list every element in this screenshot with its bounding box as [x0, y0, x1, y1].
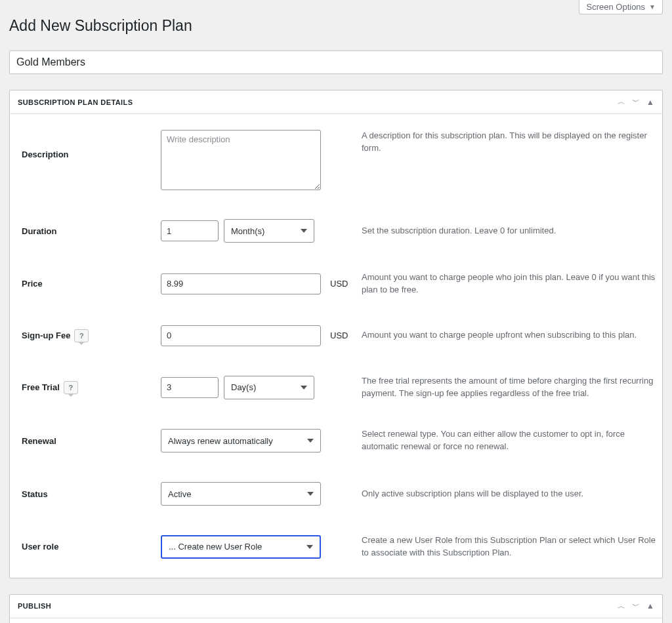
- row-free-trial: Free Trial ? Day(s) The free trial repre…: [16, 375, 656, 400]
- move-up-icon[interactable]: ︿: [618, 96, 625, 108]
- move-down-icon[interactable]: ﹀: [632, 96, 640, 108]
- label-signup-fee: Sign-up Fee: [22, 331, 70, 340]
- duration-value-input[interactable]: [161, 220, 219, 241]
- row-user-role: User role ... Create new User Role Creat…: [16, 534, 656, 559]
- screen-options-label: Screen Options: [586, 2, 645, 12]
- duration-unit-select[interactable]: Month(s): [224, 219, 314, 243]
- free-trial-value-input[interactable]: [161, 377, 219, 398]
- hint-status: Only active subscription plans will be d…: [355, 488, 656, 500]
- page-title: Add New Subscription Plan: [9, 17, 663, 35]
- screen-options-button[interactable]: Screen Options ▼: [579, 0, 663, 14]
- label-user-role: User role: [16, 542, 161, 552]
- details-panel-header: SUBSCRIPTION PLAN DETAILS ︿ ﹀ ▲: [10, 90, 662, 114]
- signup-fee-input[interactable]: [161, 325, 321, 346]
- label-duration: Duration: [16, 226, 161, 236]
- publish-panel-header: PUBLISH ︿ ﹀ ▲: [10, 595, 662, 618]
- label-renewal: Renewal: [16, 436, 161, 446]
- label-description: Description: [16, 130, 161, 159]
- collapse-toggle-icon[interactable]: ▲: [646, 601, 654, 611]
- collapse-toggle-icon[interactable]: ▲: [646, 98, 654, 107]
- free-trial-unit-select[interactable]: Day(s): [224, 376, 314, 399]
- publish-panel-title: PUBLISH: [18, 602, 51, 610]
- renewal-select[interactable]: Always renew automatically: [161, 429, 321, 452]
- hint-description: A description for this subscription plan…: [355, 130, 656, 155]
- row-description: Description A description for this subsc…: [16, 130, 656, 190]
- row-status: Status Active Only active subscription p…: [16, 482, 656, 506]
- move-down-icon[interactable]: ﹀: [632, 601, 640, 612]
- label-free-trial: Free Trial: [22, 382, 60, 392]
- publish-panel: PUBLISH ︿ ﹀ ▲ Save Subscription Delete P…: [9, 594, 663, 623]
- label-price: Price: [16, 279, 161, 289]
- row-signup-fee: Sign-up Fee ? USD Amount you want to cha…: [16, 325, 656, 346]
- row-renewal: Renewal Always renew automatically Selec…: [16, 428, 656, 453]
- signup-fee-currency: USD: [324, 331, 355, 340]
- label-status: Status: [16, 489, 161, 499]
- help-icon[interactable]: ?: [74, 329, 89, 342]
- help-icon[interactable]: ?: [64, 381, 78, 394]
- move-up-icon[interactable]: ︿: [618, 601, 625, 612]
- row-duration: Duration Month(s) Set the subscription d…: [16, 219, 656, 243]
- description-textarea[interactable]: [161, 130, 321, 190]
- hint-free-trial: The free trial represents the amount of …: [355, 375, 656, 400]
- details-panel-title: SUBSCRIPTION PLAN DETAILS: [18, 98, 133, 106]
- price-currency: USD: [324, 279, 355, 289]
- user-role-select[interactable]: ... Create new User Role: [161, 535, 321, 559]
- plan-title-input[interactable]: [9, 50, 663, 74]
- hint-duration: Set the subscription duration. Leave 0 f…: [355, 225, 656, 237]
- hint-price: Amount you want to charge people who joi…: [355, 271, 656, 296]
- status-select[interactable]: Active: [161, 482, 321, 506]
- hint-signup-fee: Amount you want to charge people upfront…: [355, 329, 656, 342]
- hint-user-role: Create a new User Role from this Subscri…: [355, 534, 656, 559]
- caret-down-icon: ▼: [649, 3, 656, 10]
- hint-renewal: Select renewal type. You can either allo…: [355, 428, 656, 453]
- details-panel: SUBSCRIPTION PLAN DETAILS ︿ ﹀ ▲ Descript…: [9, 90, 663, 578]
- price-input[interactable]: [161, 273, 321, 294]
- row-price: Price USD Amount you want to charge peop…: [16, 271, 656, 296]
